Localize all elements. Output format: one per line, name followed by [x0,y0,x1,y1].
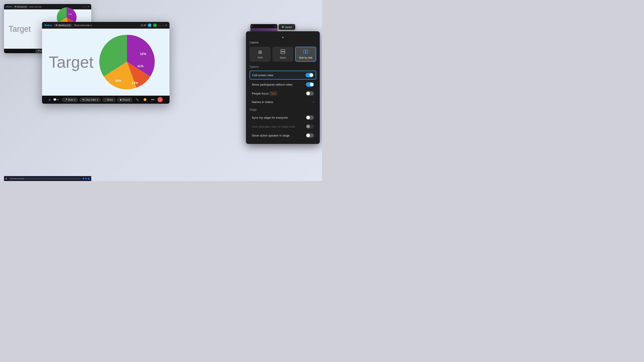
stage-section: Stage Sync my stage for everyone Lock at… [250,108,316,139]
side-by-side-layout-option[interactable]: Side by side [295,47,316,62]
options-title: Options [250,65,316,68]
main-show-menu-btn[interactable]: Show menu bar ▾ [74,24,92,26]
main-win-min[interactable]: — [158,24,161,26]
stage-title: Stage [250,108,316,111]
sync-stage-label: Sync my stage for everyone [252,116,306,119]
show-active-speaker-label: Show active speaker in stage [252,134,306,137]
main-win-controls: — □ ✕ [158,24,167,27]
people-focus-label: People focus Beta [252,92,306,95]
paperclip-icon[interactable]: 📎 [134,97,140,102]
bg-win-max[interactable]: □ [86,5,87,8]
grid-layout-icon: ⊞ [258,49,262,55]
mic-icon: 🎤 [64,98,67,101]
taskbar-icons: 🔷 🌀 🔵 [82,178,90,180]
names-in-videos-label: Names in videos [252,100,313,104]
bg-win-min[interactable]: — [83,5,85,8]
sync-stage-toggle[interactable] [306,115,314,120]
share-btn[interactable]: ↑ Share [102,98,116,102]
main-target-text: Target [49,53,94,71]
layout-panel: ▲ Layout ⊞ Grid Stack Side by sid [246,31,320,144]
side-by-side-layout-icon [304,49,308,55]
svg-text:12%: 12% [68,13,72,15]
stack-layout-label: Stack [280,56,286,59]
thumb-chevron: ▾ [251,25,252,27]
thumb-controls: ▾ □ □ [250,24,277,28]
bg-window-controls: — □ ✕ [83,5,90,8]
grid-layout-option[interactable]: ⊞ Grid [250,47,270,62]
svg-text:41%: 41% [137,64,144,68]
record-icon: ⏺ [120,98,122,101]
emoji-icon[interactable]: 😊 [142,97,148,102]
taskbar-search[interactable]: Type here to search [8,178,81,180]
sync-stage-option-row: Sync my stage for everyone [250,113,316,122]
people-focus-option-row: People focus Beta [250,89,316,97]
mute-btn[interactable]: 🎤 Mute ▾ [62,98,78,102]
show-participants-label: Show participants without video [252,83,306,86]
bg-webex-logo: Webex [6,5,12,8]
fullscreen-option-row: Full-screen view [250,71,316,79]
taskbar: ⊞ Type here to search 🔷 🌀 🔵 [4,176,91,181]
main-win-max[interactable]: □ [162,24,164,26]
main-avatar-help[interactable]: ? [148,23,152,27]
lock-attendee-toggle [306,124,314,129]
video-chevron: ▾ [97,98,98,101]
show-active-speaker-toggle[interactable] [306,133,314,138]
share-icon: ↑ [105,98,106,101]
show-participants-option-row: Show participants without video [250,80,316,88]
record-btn[interactable]: ⏺ Record [117,98,132,102]
panel-top-arrow: ▲ [250,35,316,39]
main-toolbar-logo: ● [49,98,50,101]
beta-badge: Beta [270,92,277,95]
names-in-videos-chevron: › [313,100,314,104]
bg-target-text: Target [8,24,31,34]
show-active-speaker-option-row: Show active speaker in stage [250,131,316,139]
stack-layout-option[interactable]: Stack [272,47,294,62]
main-titlebar: Webex ⚑ Meeting info Show menu bar ▾ 12:… [42,22,170,28]
main-win-close[interactable]: ✕ [165,24,167,27]
layout-icon-btn: ⊞ [282,25,284,28]
people-focus-toggle[interactable] [306,91,314,96]
main-window-content: Target 12% 13% 34% 41% [42,28,170,96]
grid-layout-label: Grid [258,56,262,59]
bg-meeting-info-btn[interactable]: ⚑ Meeting info [14,5,28,8]
svg-rect-8 [304,50,306,53]
bg-flag-icon: ⚑ [15,6,16,8]
main-webex-logo: Webex [44,24,52,26]
main-meeting-info-btn[interactable]: ⚑ Meeting info [54,24,72,27]
show-participants-toggle[interactable] [306,82,314,87]
stop-video-btn[interactable]: 📷 Stop video ▾ [80,98,100,102]
fullscreen-toggle[interactable] [306,73,314,77]
main-chat-icon: 💬 ▾ [53,98,58,101]
bg-mic-icon: 🎤 [37,50,40,52]
svg-text:12%: 12% [140,52,146,56]
main-time: 12:40 [140,24,146,26]
thumb-icons: □ □ [274,25,276,27]
windows-start-btn[interactable]: ⊞ [5,177,7,180]
lock-attendee-label: Lock attendee view on stage only [252,125,306,128]
bg-win-close[interactable]: ✕ [88,5,90,8]
stack-layout-icon [281,49,285,55]
side-by-side-layout-label: Side by side [299,56,312,59]
more-options-btn[interactable]: ••• [150,97,156,102]
svg-text:34%: 34% [115,79,122,82]
mute-chevron: ▾ [74,98,75,101]
layout-section-title: Layout [250,41,316,44]
svg-rect-7 [281,52,285,54]
layout-arrow-btn[interactable]: ⊞ Layout [278,24,295,30]
names-in-videos-option-row[interactable]: Names in videos › [250,98,316,105]
layout-top-area: ⊞ Layout [278,24,295,30]
main-flag-icon: ⚑ [56,24,58,26]
main-show-menu-chevron: ▾ [90,24,92,26]
svg-text:13%: 13% [132,81,138,85]
main-avatar-user[interactable] [153,23,157,27]
main-window: Webex ⚑ Meeting info Show menu bar ▾ 12:… [42,22,170,104]
main-pie-chart: 12% 13% 34% 41% [91,33,163,92]
layout-options-container: ⊞ Grid Stack Side by side [250,47,316,62]
bg-window-titlebar: Webex ⚑ Meeting info Show menu bar — □ ✕ [4,4,91,9]
options-section: Options Full-screen view Show participan… [250,65,316,105]
svg-rect-6 [281,50,285,51]
bg-show-menu-btn[interactable]: Show menu bar [29,6,42,8]
end-call-btn[interactable]: ✕ [158,97,163,102]
fullscreen-label: Full-screen view [252,73,306,77]
camera-icon: 📷 [82,98,85,101]
